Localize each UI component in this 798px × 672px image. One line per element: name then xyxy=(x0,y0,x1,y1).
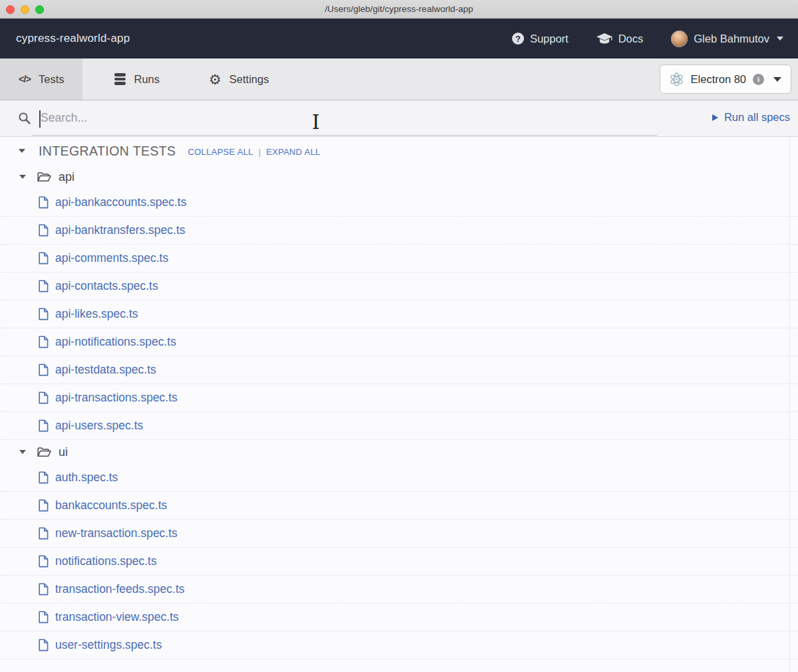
expand-all-link[interactable]: EXPAND ALL xyxy=(266,147,321,157)
window-controls xyxy=(0,5,44,14)
file-icon xyxy=(39,419,49,432)
file-icon xyxy=(39,364,49,376)
tab-settings-label: Settings xyxy=(229,73,269,86)
zoom-window-button[interactable] xyxy=(35,5,44,14)
file-icon xyxy=(39,196,49,209)
text-caret xyxy=(39,110,41,128)
graduation-cap-icon xyxy=(597,33,612,45)
spec-file-row[interactable]: api-testdata.spec.ts xyxy=(0,356,798,384)
spec-file-row[interactable]: api-banktransfers.spec.ts xyxy=(0,217,798,245)
app-header: cypress-realworld-app ? Support Docs Gle… xyxy=(0,19,798,58)
spec-file-row[interactable]: user-settings.spec.ts xyxy=(0,631,798,659)
spec-file-row[interactable]: notifications.spec.ts xyxy=(0,548,798,576)
tab-bar: </> Tests Runs ⚙ Settings Electron 80 i xyxy=(0,58,798,100)
spec-file-name: auth.spec.ts xyxy=(55,471,118,485)
collapse-section-caret-icon[interactable] xyxy=(19,149,25,153)
spec-file-row[interactable]: bankaccounts.spec.ts xyxy=(0,492,798,520)
user-avatar xyxy=(671,31,688,47)
spec-file-name: api-transactions.spec.ts xyxy=(55,391,178,405)
window-title: /Users/gleb/git/cypress-realworld-app xyxy=(0,4,798,14)
file-icon xyxy=(39,336,49,348)
file-icon xyxy=(39,555,49,568)
play-icon xyxy=(712,114,718,121)
user-name: Gleb Bahmutov xyxy=(694,33,769,45)
tab-tests[interactable]: </> Tests xyxy=(0,58,82,100)
spec-file-name: transaction-view.spec.ts xyxy=(55,610,179,624)
folder-open-icon xyxy=(37,171,51,183)
specs-panel: INTEGRATION TESTS COLLAPSE ALL | EXPAND … xyxy=(0,137,798,672)
tab-tests-label: Tests xyxy=(39,73,65,86)
spec-file-row[interactable]: api-transactions.spec.ts xyxy=(0,384,798,412)
folder-row[interactable]: ui xyxy=(0,440,798,464)
spec-file-name: api-bankaccounts.spec.ts xyxy=(55,195,186,209)
electron-icon xyxy=(669,72,684,87)
folder-row[interactable]: api xyxy=(0,165,798,189)
spec-file-row[interactable]: new-transaction.spec.ts xyxy=(0,520,798,548)
browser-selector-label: Electron 80 xyxy=(691,73,746,86)
support-label: Support xyxy=(530,33,569,45)
file-icon xyxy=(39,583,49,596)
file-icon xyxy=(39,471,49,484)
spec-list: apiapi-bankaccounts.spec.tsapi-banktrans… xyxy=(0,165,798,659)
tab-runs-label: Runs xyxy=(134,73,160,86)
spec-file-name: api-notifications.spec.ts xyxy=(55,335,176,349)
tab-runs[interactable]: Runs xyxy=(97,58,177,100)
file-icon xyxy=(39,308,49,320)
file-icon xyxy=(39,639,49,651)
link-separator: | xyxy=(259,147,261,157)
search-input-wrap xyxy=(32,100,657,136)
scrollbar-track[interactable] xyxy=(789,137,790,672)
spec-file-row[interactable]: transaction-feeds.spec.ts xyxy=(0,576,798,604)
spec-file-row[interactable]: auth.spec.ts xyxy=(0,464,798,492)
collapse-folder-caret-icon[interactable] xyxy=(19,450,26,454)
search-input[interactable] xyxy=(32,100,657,135)
specs-section-header: INTEGRATION TESTS COLLAPSE ALL | EXPAND … xyxy=(0,137,798,165)
user-menu[interactable]: Gleb Bahmutov xyxy=(671,31,783,47)
spec-file-row[interactable]: transaction-view.spec.ts xyxy=(0,604,798,631)
minimize-window-button[interactable] xyxy=(21,5,29,14)
info-icon[interactable]: i xyxy=(753,74,764,85)
docs-link[interactable]: Docs xyxy=(597,33,644,45)
spec-file-name: api-likes.spec.ts xyxy=(55,307,138,321)
docs-label: Docs xyxy=(618,33,644,45)
spec-file-row[interactable]: api-users.spec.ts xyxy=(0,412,798,440)
specs-section-title: INTEGRATION TESTS xyxy=(39,144,176,159)
spec-file-name: bankaccounts.spec.ts xyxy=(55,499,167,512)
collapse-all-link[interactable]: COLLAPSE ALL xyxy=(188,147,253,157)
database-icon xyxy=(114,73,126,84)
file-icon xyxy=(39,611,49,623)
file-icon xyxy=(39,527,49,540)
folder-open-icon xyxy=(37,447,51,458)
spec-file-row[interactable]: api-bankaccounts.spec.ts xyxy=(0,189,798,217)
run-all-specs-label: Run all specs xyxy=(724,111,790,124)
spec-file-name: transaction-feeds.spec.ts xyxy=(55,582,185,596)
spec-file-name: user-settings.spec.ts xyxy=(55,638,162,652)
gear-icon: ⚙ xyxy=(209,72,221,86)
spec-file-row[interactable]: api-comments.spec.ts xyxy=(0,245,798,273)
close-window-button[interactable] xyxy=(6,5,15,14)
spec-file-row[interactable]: api-contacts.spec.ts xyxy=(0,273,798,300)
run-all-specs-button[interactable]: Run all specs xyxy=(712,111,790,124)
spec-file-row[interactable]: api-notifications.spec.ts xyxy=(0,328,798,356)
spec-file-name: api-comments.spec.ts xyxy=(55,251,168,265)
spec-file-name: new-transaction.spec.ts xyxy=(55,526,178,540)
spec-file-name: api-users.spec.ts xyxy=(55,419,143,433)
tab-settings[interactable]: ⚙ Settings xyxy=(192,58,286,100)
file-icon xyxy=(39,499,49,512)
file-icon xyxy=(39,280,49,292)
folder-name: api xyxy=(59,170,74,184)
project-name: cypress-realworld-app xyxy=(16,32,130,45)
question-circle-icon: ? xyxy=(512,33,524,45)
file-icon xyxy=(39,392,49,404)
support-link[interactable]: ? Support xyxy=(512,33,569,45)
spec-file-name: api-testdata.spec.ts xyxy=(55,363,156,377)
browser-selector-button[interactable]: Electron 80 i xyxy=(660,64,791,94)
collapse-folder-caret-icon[interactable] xyxy=(19,175,26,179)
spec-file-row[interactable]: api-likes.spec.ts xyxy=(0,300,798,328)
specs-links: COLLAPSE ALL | EXPAND ALL xyxy=(188,147,321,157)
spec-file-name: notifications.spec.ts xyxy=(55,554,157,568)
header-nav: ? Support Docs Gleb Bahmutov xyxy=(512,31,783,47)
search-bar: Run all specs xyxy=(0,100,798,137)
spec-file-name: api-contacts.spec.ts xyxy=(55,279,158,293)
folder-name: ui xyxy=(59,445,68,459)
